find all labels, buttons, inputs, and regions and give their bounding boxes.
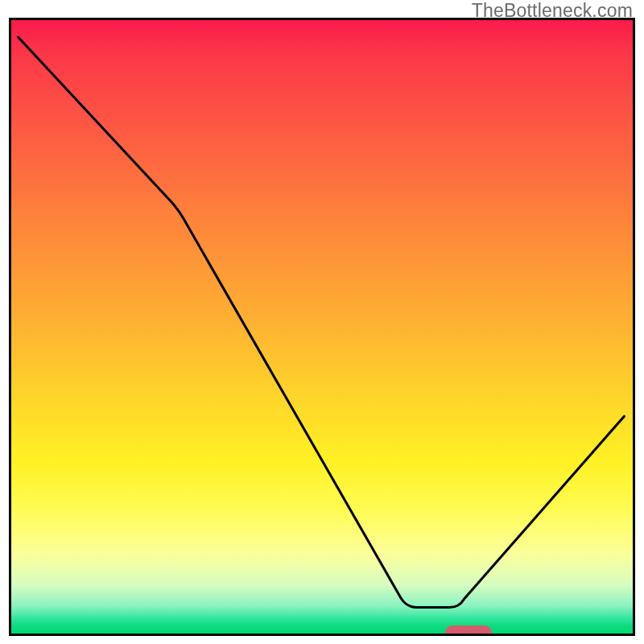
chart-frame: [9, 18, 635, 636]
optimal-range-marker: [445, 625, 492, 636]
bottleneck-curve: [11, 20, 633, 636]
curve-path: [19, 37, 625, 607]
